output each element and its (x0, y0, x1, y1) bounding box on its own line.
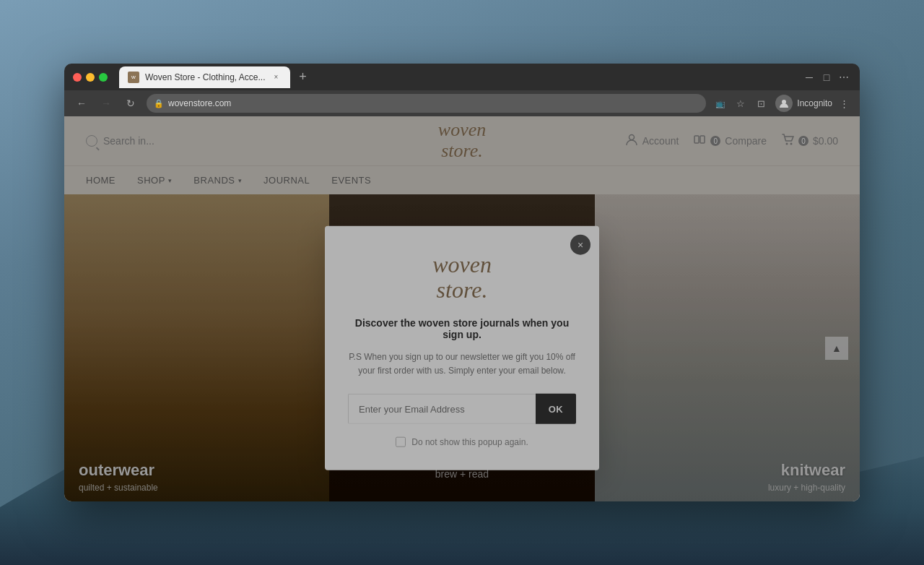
search-icon (86, 135, 97, 147)
active-tab[interactable]: w Woven Store - Clothing, Acce... × (119, 66, 290, 88)
logo-line2: store. (438, 141, 486, 162)
minimize-window-button[interactable] (86, 73, 95, 82)
modal-title: Discover the woven store journals when y… (348, 317, 576, 340)
modal-close-button[interactable]: × (570, 234, 590, 254)
compare-icon (693, 133, 706, 150)
website-content: Search in... woven store. Acc (64, 116, 860, 501)
modal-logo-line1: woven (348, 251, 576, 277)
site-logo: woven store. (438, 120, 486, 161)
cart-icon (781, 133, 794, 150)
svg-point-5 (790, 142, 792, 145)
cart-count: 0 (798, 136, 808, 146)
nav-item-brands[interactable]: Brands ▾ (193, 175, 242, 186)
nav-item-shop[interactable]: SHOP ▾ (137, 175, 172, 186)
cart-link[interactable]: 0 $0.00 (781, 133, 838, 150)
nav-item-home[interactable]: HOME (86, 175, 116, 186)
modal-logo: woven store. (348, 251, 576, 302)
svg-point-1 (629, 134, 634, 139)
desktop: w Woven Store - Clothing, Acce... × + ─ … (0, 0, 924, 565)
addressbar-controls: 📺 ☆ ⊡ (713, 96, 768, 111)
tab-bar: w Woven Store - Clothing, Acce... × + (119, 66, 796, 88)
incognito-profile-icon[interactable] (775, 95, 793, 112)
new-tab-button[interactable]: + (293, 67, 313, 87)
account-label: Account (642, 135, 679, 147)
compare-label: Compare (725, 135, 767, 147)
logo-line1: woven (438, 120, 486, 141)
dont-show-label: Do not show this popup again. (411, 437, 528, 447)
dont-show-checkbox[interactable] (396, 437, 406, 447)
chrome-window-controls: ─ □ ⋯ (802, 70, 851, 85)
svg-rect-3 (700, 136, 705, 143)
header-right: Account 0 Compare (625, 133, 838, 150)
header-search[interactable]: Search in... (86, 135, 154, 147)
tab-search-icon[interactable]: ⊡ (754, 96, 768, 111)
chrome-addressbar: ← → ↻ 🔒 wovenstore.com 📺 ☆ ⊡ Incog (64, 90, 860, 116)
close-icon: × (578, 238, 583, 250)
compare-count: 0 (710, 136, 720, 146)
incognito-label: Incognito (797, 98, 832, 108)
account-link[interactable]: Account (625, 133, 679, 150)
modal-box: × woven store. Discover the woven store … (325, 225, 599, 470)
incognito-area: Incognito ⋮ (775, 95, 851, 112)
brands-dropdown-icon: ▾ (238, 177, 243, 184)
url-text: wovenstore.com (168, 98, 231, 108)
traffic-lights (73, 73, 108, 82)
back-button[interactable]: ← (73, 95, 90, 112)
account-icon (625, 133, 638, 150)
svg-rect-2 (694, 136, 699, 143)
refresh-button[interactable]: ↻ (122, 95, 139, 112)
browser-window: w Woven Store - Clothing, Acce... × + ─ … (64, 64, 860, 501)
ok-button[interactable]: OK (536, 394, 576, 424)
ssl-lock-icon: 🔒 (154, 99, 164, 108)
forward-button[interactable]: → (97, 95, 115, 112)
cast-icon[interactable]: 📺 (713, 96, 728, 111)
page-content: outerwear quilted + sustainable brew + r… (64, 194, 860, 501)
shop-dropdown-icon: ▾ (168, 177, 173, 184)
chrome-minimize-icon[interactable]: ─ (802, 70, 816, 85)
tab-title: Woven Store - Clothing, Acce... (145, 72, 266, 82)
nav-item-events[interactable]: EVENTS (331, 175, 371, 186)
chrome-titlebar: w Woven Store - Clothing, Acce... × + ─ … (64, 64, 860, 90)
email-input[interactable] (348, 394, 536, 424)
tab-close-button[interactable]: × (271, 72, 282, 82)
search-placeholder: Search in... (103, 135, 154, 147)
modal-input-row: OK (348, 394, 576, 424)
modal-checkbox-row: Do not show this popup again. (348, 437, 576, 447)
newsletter-modal: × woven store. Discover the woven store … (325, 225, 599, 470)
site-header: Search in... woven store. Acc (64, 116, 860, 165)
chrome-restore-icon[interactable]: □ (819, 70, 834, 85)
close-window-button[interactable] (73, 73, 82, 82)
maximize-window-button[interactable] (99, 73, 108, 82)
svg-point-4 (785, 142, 788, 145)
modal-description: P.S When you sign up to our newsletter w… (348, 350, 576, 378)
chrome-menu-icon[interactable]: ⋮ (837, 96, 851, 111)
chrome-close-icon[interactable]: ⋯ (837, 70, 851, 85)
nav-item-journal[interactable]: JOURNAL (263, 175, 310, 186)
address-bar[interactable]: 🔒 wovenstore.com (147, 94, 706, 113)
star-icon[interactable]: ☆ (733, 96, 748, 111)
modal-logo-line2: store. (348, 277, 576, 302)
site-nav: HOME SHOP ▾ Brands ▾ JOURNAL EVENTS (64, 165, 860, 194)
cart-total: $0.00 (813, 135, 838, 147)
compare-link[interactable]: 0 Compare (693, 133, 767, 150)
tab-favicon-icon: w (128, 72, 139, 83)
